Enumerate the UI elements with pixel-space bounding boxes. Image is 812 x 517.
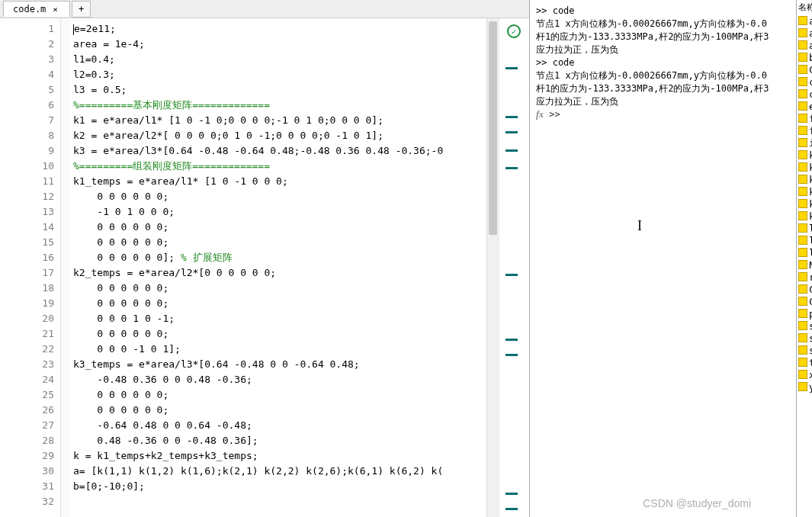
watermark: CSDN @studyer_domi bbox=[643, 497, 751, 509]
console-prompt[interactable]: fx >> bbox=[536, 108, 790, 121]
workspace-item[interactable]: a bbox=[797, 39, 812, 51]
workspace-item[interactable]: k bbox=[797, 197, 812, 210]
fx-icon: fx bbox=[536, 109, 544, 120]
workspace-item[interactable]: k bbox=[797, 185, 812, 197]
workspace-item[interactable]: C bbox=[797, 295, 812, 307]
workspace-item[interactable]: a bbox=[797, 14, 812, 27]
console-line: 节点1 x方向位移为-0.00026667mm,y方向位移为-0.0 bbox=[536, 69, 790, 82]
workspace-item[interactable]: a bbox=[797, 27, 812, 39]
variable-icon bbox=[798, 382, 807, 391]
code-text[interactable]: e=2e11;area = 1e-4;l1=0.4;l2=0.3;l3 = 0.… bbox=[70, 18, 486, 517]
variable-icon bbox=[798, 175, 807, 184]
variable-icon bbox=[798, 150, 807, 159]
variable-icon bbox=[798, 28, 807, 37]
variable-icon bbox=[798, 187, 807, 196]
text-cursor-icon: I bbox=[637, 218, 642, 234]
vertical-scrollbar[interactable] bbox=[486, 18, 499, 517]
variable-icon bbox=[798, 358, 807, 367]
line-gutter[interactable]: 1234567891011121314151617181920212223242… bbox=[0, 18, 61, 517]
variable-icon bbox=[798, 297, 807, 306]
status-ok-icon: ✓ bbox=[507, 24, 521, 38]
variable-icon bbox=[798, 138, 807, 147]
close-icon[interactable]: × bbox=[50, 5, 60, 14]
add-tab-button[interactable]: + bbox=[72, 1, 91, 18]
workspace-list: aaabCcceffikkkkkklllNrCCpssstxy bbox=[797, 14, 812, 393]
workspace-item[interactable]: k bbox=[797, 173, 812, 185]
workspace-item[interactable]: y bbox=[797, 381, 812, 393]
workspace-item[interactable]: C bbox=[797, 63, 812, 75]
workspace-item[interactable]: p bbox=[797, 307, 812, 320]
workspace-item[interactable]: i bbox=[797, 136, 812, 149]
workspace-panel: 名称 aaabCcceffikkkkkklllNrCCpssstxy bbox=[797, 0, 812, 517]
variable-icon bbox=[798, 114, 807, 123]
command-window[interactable]: >> code 节点1 x方向位移为-0.00026667mm,y方向位移为-0… bbox=[530, 0, 796, 517]
console-line: 应力拉为正，压为负 bbox=[536, 43, 790, 56]
workspace-item[interactable]: c bbox=[797, 88, 812, 100]
workspace-item[interactable]: r bbox=[797, 271, 812, 283]
workspace-item[interactable]: C bbox=[797, 283, 812, 295]
variable-icon bbox=[798, 89, 807, 98]
scrollbar-thumb[interactable] bbox=[489, 21, 497, 235]
variable-icon bbox=[798, 101, 807, 111]
workspace-item[interactable]: s bbox=[797, 344, 812, 356]
variable-icon bbox=[798, 126, 807, 135]
tab-bar: code.m × + bbox=[0, 0, 529, 18]
workspace-item[interactable]: s bbox=[797, 320, 812, 332]
workspace-item[interactable]: e bbox=[797, 100, 812, 112]
console-line: >> code bbox=[536, 56, 790, 69]
breakpoint-strip[interactable] bbox=[61, 18, 70, 517]
variable-icon bbox=[798, 53, 807, 62]
variable-icon bbox=[798, 370, 807, 379]
variable-icon bbox=[798, 321, 807, 330]
workspace-item[interactable]: l bbox=[797, 246, 812, 258]
workspace-item[interactable]: s bbox=[797, 332, 812, 344]
editor-panel: code.m × + 12345678910111213141516171819… bbox=[0, 0, 530, 517]
variable-icon bbox=[798, 345, 807, 355]
workspace-item[interactable]: k bbox=[797, 161, 812, 173]
console-line: >> code bbox=[536, 5, 790, 18]
workspace-item[interactable]: b bbox=[797, 51, 812, 63]
console-line: 杆1的应力为-133.3333MPa,杆2的应力为-100MPa,杆3 bbox=[536, 31, 790, 43]
workspace-item[interactable]: x bbox=[797, 368, 812, 381]
workspace-item[interactable]: c bbox=[797, 75, 812, 88]
variable-icon bbox=[798, 211, 807, 220]
status-strip: ✓ bbox=[499, 18, 529, 517]
variable-icon bbox=[798, 260, 807, 269]
console-line: 节点1 x方向位移为-0.00026667mm,y方向位移为-0.0 bbox=[536, 18, 790, 31]
tab-code[interactable]: code.m × bbox=[3, 1, 70, 17]
variable-icon bbox=[798, 77, 807, 86]
code-area: 1234567891011121314151617181920212223242… bbox=[0, 18, 529, 517]
variable-icon bbox=[798, 162, 807, 172]
workspace-item[interactable]: l bbox=[797, 234, 812, 246]
workspace-item[interactable]: f bbox=[797, 124, 812, 136]
variable-icon bbox=[798, 16, 807, 25]
variable-icon bbox=[798, 40, 807, 50]
variable-icon bbox=[798, 272, 807, 281]
console-line: 应力拉为正，压为负 bbox=[536, 95, 790, 108]
workspace-item[interactable]: k bbox=[797, 149, 812, 161]
variable-icon bbox=[798, 284, 807, 294]
variable-icon bbox=[798, 248, 807, 257]
workspace-item[interactable]: N bbox=[797, 258, 812, 271]
variable-icon bbox=[798, 199, 807, 208]
workspace-item[interactable]: f bbox=[797, 112, 812, 124]
variable-icon bbox=[798, 309, 807, 318]
workspace-item[interactable]: t bbox=[797, 356, 812, 368]
workspace-item[interactable]: l bbox=[797, 222, 812, 234]
workspace-header: 名称 bbox=[797, 0, 812, 14]
console-line: 杆1的应力为-133.3333MPa,杆2的应力为-100MPa,杆3 bbox=[536, 82, 790, 95]
tab-label: code.m bbox=[13, 4, 46, 14]
variable-icon bbox=[798, 236, 807, 245]
console-panel: >> code 节点1 x方向位移为-0.00026667mm,y方向位移为-0… bbox=[530, 0, 797, 517]
workspace-item[interactable]: k bbox=[797, 210, 812, 222]
variable-icon bbox=[798, 333, 807, 342]
variable-icon bbox=[798, 223, 807, 233]
variable-icon bbox=[798, 65, 807, 74]
